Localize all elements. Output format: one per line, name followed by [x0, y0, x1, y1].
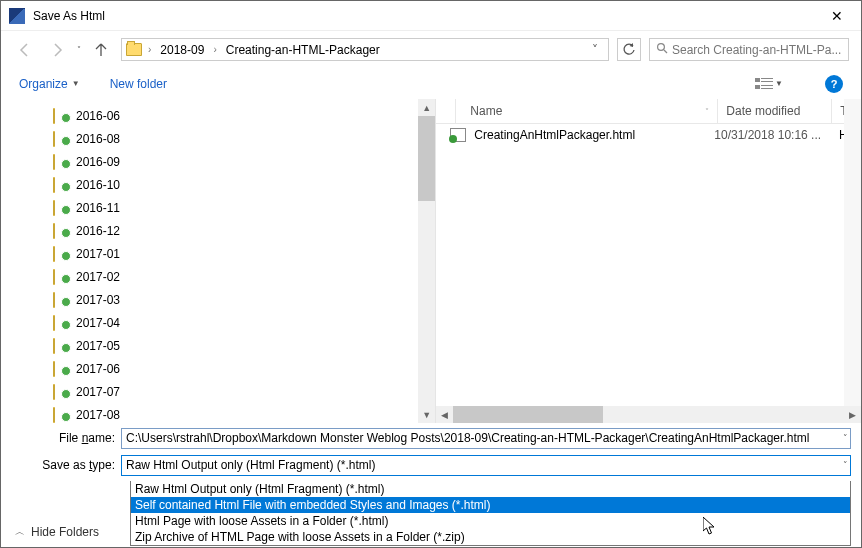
search-icon	[656, 42, 668, 57]
tree-item[interactable]: 2017-03	[49, 288, 435, 311]
svg-rect-3	[761, 78, 773, 79]
svg-rect-5	[755, 85, 760, 89]
tree-item-label: 2016-09	[76, 155, 120, 169]
column-date[interactable]: Date modified	[718, 99, 832, 123]
view-options-button[interactable]: ▼	[755, 77, 783, 91]
tree-item-label: 2017-07	[76, 385, 120, 399]
vertical-scrollbar[interactable]	[844, 99, 861, 406]
tree-item-label: 2016-06	[76, 109, 120, 123]
folder-icon	[53, 247, 69, 260]
dropdown-option[interactable]: Self contained Html File with embedded S…	[131, 497, 850, 513]
organize-menu[interactable]: Organize ▼	[19, 77, 80, 91]
dropdown-option[interactable]: Html Page with loose Assets in a Folder …	[131, 513, 850, 529]
chevron-down-icon[interactable]: ˅	[843, 433, 848, 443]
tree-item[interactable]: 2017-07	[49, 380, 435, 403]
hide-folders-button[interactable]: ︿ Hide Folders	[15, 525, 99, 539]
file-row[interactable]: CreatingAnHtmlPackager.html10/31/2018 10…	[436, 124, 861, 145]
scroll-right-arrow[interactable]: ▶	[844, 406, 861, 423]
tree-item[interactable]: 2016-08	[49, 127, 435, 150]
svg-rect-2	[755, 78, 760, 82]
scroll-left-arrow[interactable]: ◀	[436, 406, 453, 423]
file-header: Name˅ Date modified Ty	[436, 99, 861, 124]
forward-button[interactable]	[45, 38, 69, 62]
chevron-down-icon: ▼	[72, 79, 80, 88]
tree-item-label: 2016-11	[76, 201, 120, 215]
tree-item-label: 2017-04	[76, 316, 120, 330]
chevron-down-icon[interactable]: ˅	[843, 460, 848, 470]
chevron-right-icon[interactable]: ›	[211, 44, 218, 55]
scroll-thumb[interactable]	[418, 116, 435, 201]
bottom-panel: File name: C:\Users\rstrahl\Dropbox\Mark…	[1, 423, 861, 546]
tree-item[interactable]: 2016-09	[49, 150, 435, 173]
tree-item[interactable]: 2016-11	[49, 196, 435, 219]
app-icon	[9, 8, 25, 24]
refresh-icon	[622, 43, 636, 57]
tree-item-label: 2016-12	[76, 224, 120, 238]
breadcrumb-seg1[interactable]: 2018-09	[157, 41, 207, 59]
folder-icon	[53, 109, 69, 122]
scroll-up-arrow[interactable]: ▲	[418, 99, 435, 116]
scroll-thumb[interactable]	[453, 406, 603, 423]
saveastype-select[interactable]: Raw Html Output only (Html Fragment) (*.…	[121, 455, 851, 476]
back-button[interactable]	[13, 38, 37, 62]
window-title: Save As Html	[33, 9, 821, 23]
saveastype-label: Save as type:	[11, 458, 121, 472]
folder-icon	[53, 362, 69, 375]
folder-tree: 2016-062016-082016-092016-102016-112016-…	[1, 99, 436, 423]
search-box[interactable]: Search Creating-an-HTML-Pa...	[649, 38, 849, 61]
address-dropdown[interactable]: ˅	[586, 43, 604, 57]
help-button[interactable]: ?	[825, 75, 843, 93]
file-date: 10/31/2018 10:16 ...	[714, 128, 821, 142]
arrow-up-icon	[92, 41, 110, 59]
refresh-button[interactable]	[617, 38, 641, 61]
tree-scrollbar[interactable]: ▲ ▼	[418, 99, 435, 423]
svg-rect-6	[761, 85, 773, 86]
scroll-down-arrow[interactable]: ▼	[418, 406, 435, 423]
arrow-left-icon	[16, 41, 34, 59]
tree-item-label: 2017-01	[76, 247, 120, 261]
horizontal-scrollbar[interactable]: ◀ ▶	[436, 406, 861, 423]
tree-item[interactable]: 2017-02	[49, 265, 435, 288]
history-dropdown[interactable]: ˅	[77, 45, 81, 54]
tree-item[interactable]: 2017-01	[49, 242, 435, 265]
breadcrumb-seg2[interactable]: Creating-an-HTML-Packager	[223, 41, 383, 59]
tree-item-label: 2017-02	[76, 270, 120, 284]
file-list-area: Name˅ Date modified Ty CreatingAnHtmlPac…	[436, 99, 861, 423]
view-icon	[755, 77, 773, 91]
folder-icon	[53, 270, 69, 283]
svg-rect-7	[761, 88, 773, 89]
tree-item[interactable]: 2017-06	[49, 357, 435, 380]
svg-line-1	[664, 50, 667, 53]
tree-item-label: 2017-05	[76, 339, 120, 353]
folder-icon	[53, 178, 69, 191]
tree-item[interactable]: 2017-05	[49, 334, 435, 357]
new-folder-button[interactable]: New folder	[110, 77, 167, 91]
folder-icon	[53, 293, 69, 306]
file-name: CreatingAnHtmlPackager.html	[474, 128, 714, 142]
folder-icon	[53, 408, 69, 421]
tree-item[interactable]: 2017-04	[49, 311, 435, 334]
chevron-right-icon[interactable]: ›	[146, 44, 153, 55]
dropdown-option[interactable]: Zip Archive of HTML Page with loose Asse…	[131, 529, 850, 545]
up-button[interactable]	[89, 38, 113, 62]
file-list[interactable]: CreatingAnHtmlPackager.html10/31/2018 10…	[436, 124, 861, 406]
dropdown-option[interactable]: Raw Html Output only (Html Fragment) (*.…	[131, 481, 850, 497]
folder-icon	[53, 339, 69, 352]
folder-icon	[126, 43, 142, 56]
search-placeholder: Search Creating-an-HTML-Pa...	[672, 43, 842, 57]
tree-item[interactable]: 2016-06	[49, 104, 435, 127]
filename-label: File name:	[11, 431, 121, 445]
folder-icon	[53, 201, 69, 214]
close-button[interactable]: ✕	[821, 4, 853, 28]
column-name[interactable]: Name˅	[456, 99, 718, 123]
arrow-right-icon	[48, 41, 66, 59]
address-bar[interactable]: › 2018-09 › Creating-an-HTML-Packager ˅	[121, 38, 609, 61]
tree-item[interactable]: 2016-10	[49, 173, 435, 196]
tree-item-label: 2016-10	[76, 178, 120, 192]
tree-item[interactable]: 2016-12	[49, 219, 435, 242]
tree-item[interactable]: 2017-08	[49, 403, 435, 423]
filename-input[interactable]: C:\Users\rstrahl\Dropbox\Markdown Monste…	[121, 428, 851, 449]
saveastype-dropdown: Raw Html Output only (Html Fragment) (*.…	[130, 481, 851, 546]
body-area: 2016-062016-082016-092016-102016-112016-…	[1, 99, 861, 423]
folder-icon	[53, 316, 69, 329]
